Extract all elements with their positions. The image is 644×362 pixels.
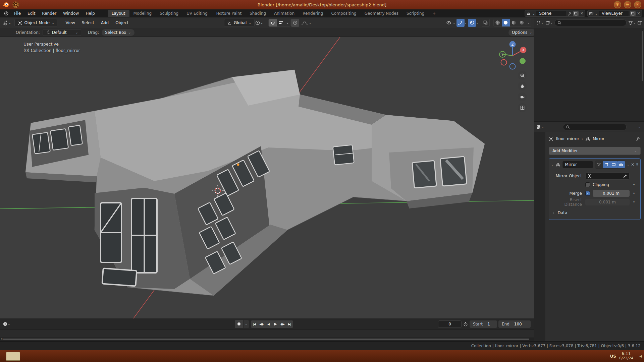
outliner-search-input[interactable] [554, 19, 627, 26]
proportional-edit-icon[interactable] [291, 19, 299, 27]
animate-dot-icon[interactable]: • [630, 200, 638, 204]
camera-view-icon[interactable] [518, 93, 527, 101]
timeline-editor-type-button[interactable]: ⌄ [3, 321, 10, 326]
current-frame-field[interactable]: 0 [438, 320, 462, 328]
visibility-dropdown[interactable]: ⌄ [445, 19, 455, 27]
pin-icon[interactable] [567, 11, 572, 16]
outliner-scrollbar[interactable] [642, 31, 643, 81]
keyboard-layout-indicator[interactable]: US [610, 354, 616, 359]
snap-target-icon[interactable] [277, 19, 285, 27]
add-workspace-button[interactable]: + [428, 10, 440, 17]
realtime-display-toggle[interactable] [610, 161, 618, 168]
tab-shading[interactable]: Shading [246, 10, 270, 17]
zoom-icon[interactable] [518, 71, 527, 80]
xray-toggle[interactable] [482, 19, 490, 27]
unlink-icon[interactable]: ✕ [580, 11, 583, 16]
mirror-object-field[interactable] [585, 172, 630, 180]
widget-thumbnail[interactable] [6, 352, 20, 361]
timeline-scrollbar[interactable]: « [0, 338, 534, 341]
shade-button[interactable]: ▼ [614, 1, 621, 8]
merge-checkbox[interactable]: ✓ [585, 191, 590, 196]
viewport-3d[interactable]: User Perspective (0) Collection | floor_… [0, 37, 534, 318]
wireframe-shading-button[interactable] [494, 19, 502, 27]
material-shading-button[interactable] [510, 19, 518, 27]
copy-icon[interactable] [573, 11, 579, 16]
filter-button[interactable]: ⌄ [628, 20, 636, 25]
tab-sculpting[interactable]: Sculpting [156, 10, 182, 17]
tab-layout[interactable]: Layout [108, 10, 129, 17]
merge-threshold-field[interactable]: 0.001 m [593, 190, 630, 197]
add-modifier-button[interactable]: Add Modifier⌄ [549, 147, 641, 155]
clock[interactable]: 6:11 6/22/24 [619, 352, 633, 360]
close-button[interactable]: ✕ [634, 1, 641, 8]
scene-selector[interactable]: ⌄ Scene ✕ [525, 10, 585, 17]
overlays-toggle[interactable]: ⌄ [468, 19, 479, 27]
properties-options-button[interactable]: ⌄ [638, 125, 641, 129]
menu-render[interactable]: Render [39, 10, 60, 17]
frame-end-field[interactable]: End100 [498, 320, 531, 328]
collapse-chevron-icon[interactable]: ⌄ [551, 163, 554, 166]
expand-arrows-icon[interactable]: « [1, 337, 3, 341]
modifier-extras-chevron[interactable]: ⌄ [627, 163, 630, 166]
menu-edit[interactable]: Edit [24, 10, 39, 17]
modifier-name-field[interactable]: Mirror [562, 161, 593, 168]
animate-dot-icon[interactable]: • [630, 182, 638, 187]
timeline-ruler[interactable] [0, 330, 534, 338]
tab-geometry-nodes[interactable]: Geometry Nodes [361, 10, 402, 17]
scene-name[interactable]: Scene [536, 11, 566, 16]
drag-handle[interactable]: ⣿ [636, 163, 638, 166]
solid-shading-button[interactable] [502, 19, 510, 27]
clipping-checkbox[interactable] [585, 182, 590, 187]
blender-menu-logo-icon[interactable] [3, 11, 9, 16]
auto-keying-button[interactable] [235, 320, 243, 328]
properties-search-input[interactable] [563, 124, 627, 130]
tab-modeling[interactable]: Modeling [129, 10, 156, 17]
editor-type-button[interactable]: ⌄ [3, 20, 11, 25]
properties-editor-type-button[interactable]: ⌄ [536, 124, 544, 130]
drag-dropdown[interactable]: Select Box⌄ [102, 29, 135, 36]
tab-rendering[interactable]: Rendering [299, 10, 327, 17]
prev-keyframe-button[interactable]: ◀◆ [258, 320, 265, 328]
tab-compositing[interactable]: Compositing [327, 10, 360, 17]
next-keyframe-button[interactable]: ◆▶ [279, 320, 286, 328]
remove-icon[interactable]: ✕ [637, 11, 640, 16]
tab-scripting[interactable]: Scripting [402, 10, 428, 17]
jump-to-end-button[interactable]: ▶| [286, 320, 293, 328]
outliner-editor-type-button[interactable]: ⌄ [536, 20, 544, 25]
minimize-button[interactable]: ▬ [624, 1, 631, 8]
panel-hide-arrow-icon[interactable]: ◀ [639, 354, 642, 358]
data-subpanel-header[interactable]: › Data [551, 209, 638, 217]
pan-hand-icon[interactable] [518, 82, 527, 90]
breadcrumb-object[interactable]: floor_mirror [556, 136, 579, 141]
gizmos-toggle[interactable]: ⌄ [457, 19, 467, 27]
proportional-edit-controls[interactable]: ⌄ [291, 19, 312, 27]
snap-controls[interactable]: ⌄ [268, 19, 290, 27]
edit-mode-display-toggle[interactable] [595, 161, 603, 168]
tab-animation[interactable]: Animation [270, 10, 299, 17]
transform-orientation-dropdown[interactable]: Global ⌄ [224, 19, 255, 27]
viewlayer-name[interactable]: ViewLayer [599, 11, 629, 16]
snap-magnet-icon[interactable] [269, 19, 277, 27]
stopwatch-icon[interactable] [463, 322, 468, 326]
menu-file[interactable]: File [11, 10, 24, 17]
viewlayer-selector[interactable]: ⌄ ViewLayer ✕ [587, 10, 642, 17]
keying-popover-chevron[interactable]: ⌄ [244, 320, 249, 328]
menu-help[interactable]: Help [82, 10, 98, 17]
viewport-menu-view[interactable]: View [62, 20, 78, 25]
navigation-gizmo[interactable]: Z X Y [497, 40, 528, 70]
copy-icon[interactable] [630, 11, 636, 16]
tab-uv-editing[interactable]: UV Editing [182, 10, 212, 17]
options-dropdown[interactable]: Options⌄ [508, 29, 536, 36]
frame-start-field[interactable]: Start1 [470, 320, 497, 328]
outliner-display-mode-button[interactable]: ⌄ [545, 20, 553, 25]
viewport-menu-object[interactable]: Object [112, 20, 132, 25]
menu-window[interactable]: Window [60, 10, 82, 17]
orientation-dropdown[interactable]: Default ⌄ [43, 29, 81, 36]
pivot-point-button[interactable]: ⌄ [255, 20, 263, 25]
viewport-menu-select[interactable]: Select [78, 20, 98, 25]
viewport-menu-add[interactable]: Add [98, 20, 112, 25]
play-reverse-button[interactable]: ◀ [265, 320, 272, 328]
breadcrumb-modifier[interactable]: Mirror [593, 136, 604, 141]
jump-to-start-button[interactable]: |◀ [251, 320, 258, 328]
animate-dot-icon[interactable]: • [630, 191, 638, 196]
